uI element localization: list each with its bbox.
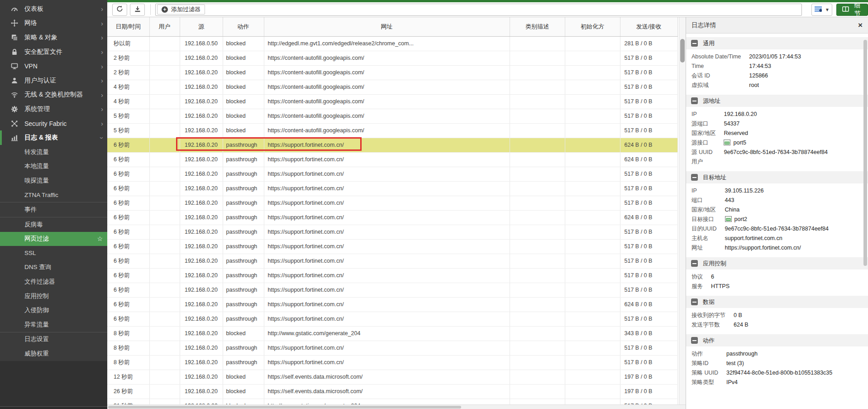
sidebar-item-本地流量[interactable]: 本地流量 (0, 159, 107, 174)
table-row[interactable]: 6 秒前192.168.0.20passthroughhttps://suppo… (107, 254, 677, 268)
download-button[interactable] (130, 4, 145, 16)
section-title: 动作 (703, 337, 715, 345)
cell-网址: https://support.fortinet.com.cn/ (264, 167, 510, 181)
sidebar-item-dns查询[interactable]: DNS 查询 (0, 260, 107, 275)
policy-view-dropdown-button[interactable]: ▼ (811, 4, 832, 16)
sidebar-item-文件过滤器[interactable]: 文件过滤器 (0, 274, 107, 289)
column-header-源[interactable]: 源 (180, 17, 223, 36)
sidebar-item-转发流量[interactable]: 转发流量 (0, 145, 107, 159)
table-row[interactable]: 6 秒前192.168.0.20passthroughhttps://suppo… (107, 225, 677, 239)
table-row[interactable]: 6 秒前192.168.0.20passthroughhttps://suppo… (107, 152, 677, 167)
star-icon[interactable]: ☆ (97, 235, 103, 242)
table-vertical-scrollbar[interactable] (679, 17, 686, 404)
column-header-用户[interactable]: 用户 (149, 17, 180, 36)
refresh-button[interactable] (112, 4, 127, 16)
cell-用户 (149, 384, 180, 399)
gauge-icon (11, 5, 18, 13)
table-row[interactable]: 8 秒前192.168.0.20passthroughhttps://suppo… (107, 341, 677, 355)
sidebar-item-策略对象[interactable]: 策略 & 对象› (0, 30, 107, 45)
cell-类别描述 (510, 109, 565, 123)
sidebar-item-反病毒[interactable]: 反病毒 (0, 217, 107, 232)
table-row[interactable]: 6 秒前192.168.0.20passthroughhttps://suppo… (107, 138, 677, 152)
sidebar-item-安全配置文件[interactable]: 安全配置文件› (0, 45, 107, 59)
table-row[interactable]: 6 秒前192.168.0.20passthroughhttps://suppo… (107, 181, 677, 196)
table-row[interactable]: 12 秒前192.168.0.20blockedhttps://self.eve… (107, 370, 677, 384)
sidebar-item-vpn[interactable]: VPN› (0, 59, 107, 73)
panel-scroll-thumb[interactable] (863, 40, 867, 266)
column-header-初始化方[interactable]: 初始化方 (565, 17, 620, 36)
sidebar-item-仪表板[interactable]: 仪表板› (0, 2, 107, 16)
table-row[interactable]: 5 秒前192.168.0.20blockedhttps://content-a… (107, 123, 677, 138)
collapse-icon[interactable] (691, 260, 698, 267)
table-row[interactable]: 4 秒前192.168.0.20blockedhttps://content-a… (107, 80, 677, 94)
sidebar-item-事件[interactable]: 事件 (0, 202, 107, 217)
table-row[interactable]: 6 秒前192.168.0.20passthroughhttps://suppo… (107, 297, 677, 312)
collapse-icon[interactable] (691, 298, 698, 305)
field-value: https://support.fortinet.com.cn/ (725, 243, 829, 253)
sidebar-nav: 仪表板›网络›策略 & 对象›安全配置文件›VPN›用户与认证›无线 & 交换机… (0, 0, 107, 409)
cell-源: 192.168.0.20 (180, 65, 223, 80)
sidebar-item-用户与认证[interactable]: 用户与认证› (0, 73, 107, 88)
table-row[interactable]: 6 秒前192.168.0.20passthroughhttps://suppo… (107, 239, 677, 254)
table-row[interactable]: 26 秒前192.168.0.20blockedhttps://self.eve… (107, 384, 677, 399)
column-header-网址[interactable]: 网址 (264, 17, 510, 36)
table-row[interactable]: 8 秒前192.168.0.20blockedhttp://www.gstati… (107, 326, 677, 341)
column-header-类别描述[interactable]: 类别描述 (510, 17, 565, 36)
table-row[interactable]: 2 秒前192.168.0.20blockedhttps://content-a… (107, 51, 677, 65)
sidebar-item-无线交换机控制器[interactable]: 无线 & 交换机控制器› (0, 88, 107, 102)
sidebar-item-威胁权重[interactable]: 威胁权重 (0, 346, 107, 361)
sidebar-item-ssl[interactable]: SSL (0, 246, 107, 260)
sidebar-item-label: 事件 (24, 206, 37, 214)
table-horizontal-scrollbar[interactable] (107, 404, 686, 409)
cell-类别描述 (510, 51, 565, 65)
collapse-icon[interactable] (691, 97, 698, 104)
table-row[interactable]: 5 秒前192.168.0.20blockedhttps://content-a… (107, 109, 677, 123)
cell-网址: https://content-autofill.googleapis.com/ (264, 51, 510, 65)
table-row[interactable]: 6 秒前192.168.0.20passthroughhttps://suppo… (107, 312, 677, 326)
add-filter-chip[interactable]: + 添加过滤器 (157, 5, 205, 14)
sidebar-item-应用控制[interactable]: 应用控制 (0, 289, 107, 303)
cell-用户 (149, 239, 180, 254)
filter-bar[interactable]: + 添加过滤器 (155, 4, 802, 16)
table-row[interactable]: 6 秒前192.168.0.20passthroughhttps://suppo… (107, 268, 677, 283)
cell-用户 (149, 152, 180, 167)
cell-发送/接收: 624 B / 0 B (620, 297, 677, 312)
sidebar-item-嗅探流量[interactable]: 嗅探流量 (0, 173, 107, 188)
sidebar-item-网页过滤[interactable]: 网页过滤☆ (0, 232, 107, 246)
horizontal-scroll-thumb[interactable] (108, 406, 461, 409)
close-icon[interactable]: × (858, 21, 863, 29)
sidebar-item-网络[interactable]: 网络› (0, 16, 107, 31)
field-label: IP (692, 110, 724, 119)
sidebar-item-ztnatraffic[interactable]: ZTNA Traffic (0, 188, 107, 202)
cell-日期/时间: 8 秒前 (107, 341, 149, 355)
details-toggle-button[interactable]: 细节 (836, 4, 868, 16)
column-header-动作[interactable]: 动作 (223, 17, 264, 36)
sidebar-item-securityfabric[interactable]: Security Fabric› (0, 116, 107, 131)
column-header-发送/接收[interactable]: 发送/接收 (620, 17, 677, 36)
sidebar-item-入侵防御[interactable]: 入侵防御 (0, 303, 107, 318)
table-row[interactable]: 6 秒前192.168.0.20passthroughhttps://suppo… (107, 283, 677, 297)
detail-field-row: 策略 UUID32f94744-8c0e-51ed-800b-b10551383… (692, 368, 832, 378)
cell-动作: blocked (223, 51, 264, 65)
collapse-icon[interactable] (691, 40, 698, 47)
collapse-icon[interactable] (691, 174, 698, 181)
column-header-日期/时间[interactable]: 日期/时间 (107, 17, 149, 36)
table-row[interactable]: 4 秒前192.168.0.20blockedhttps://content-a… (107, 94, 677, 109)
section-body: 协议6服务HTTPS (686, 269, 868, 296)
collapse-icon[interactable] (691, 337, 698, 344)
sidebar-item-异常流量[interactable]: 异常流量 (0, 318, 107, 332)
sidebar-item-日志报表[interactable]: 日志 & 报表› (0, 130, 107, 145)
table-row[interactable]: 2 秒前192.168.0.20blockedhttps://content-a… (107, 65, 677, 80)
table-row[interactable]: 秒以前192.168.0.50blockedhttp://edgedl.me.g… (107, 36, 677, 51)
section-body: Absolute Date/Time2023/01/05 17:44:53Tim… (686, 49, 868, 95)
sidebar-item-日志设置[interactable]: 日志设置 (0, 332, 107, 347)
table-row[interactable]: 6 秒前192.168.0.20passthroughhttps://suppo… (107, 196, 677, 210)
table-row[interactable]: 8 秒前192.168.0.20passthroughhttps://suppo… (107, 355, 677, 370)
detail-field-row: 动作passthrough (692, 349, 832, 359)
field-value: passthrough (726, 349, 832, 359)
sidebar-item-系统管理[interactable]: 系统管理› (0, 102, 107, 116)
vertical-scroll-thumb[interactable] (680, 39, 685, 63)
table-row[interactable]: 6 秒前192.168.0.20passthroughhttps://suppo… (107, 210, 677, 225)
cell-日期/时间: 12 秒前 (107, 370, 149, 384)
table-row[interactable]: 6 秒前192.168.0.20passthroughhttps://suppo… (107, 167, 677, 181)
